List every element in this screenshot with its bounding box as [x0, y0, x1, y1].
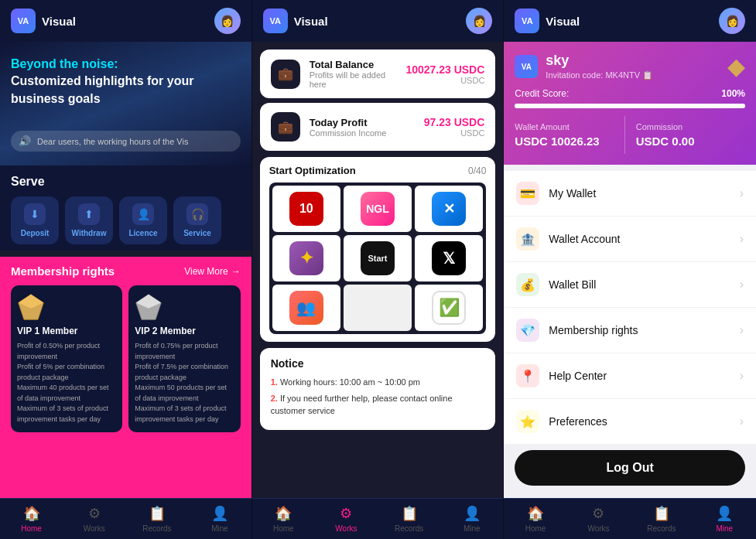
- service-button[interactable]: 🎧 Service: [173, 196, 221, 244]
- preferences-label: Preferences: [549, 415, 739, 428]
- audio-bar[interactable]: 🔊 Dear users, the working hours of the V…: [11, 131, 241, 152]
- app-4[interactable]: ✦: [272, 235, 340, 281]
- app-1[interactable]: 10: [272, 186, 340, 232]
- help-icon: 📍: [516, 364, 539, 387]
- app-7[interactable]: 👥: [272, 285, 340, 331]
- audio-text: Dear users, the working hours of the Vis: [37, 137, 188, 146]
- nav-works-m[interactable]: ⚙ Works: [567, 499, 630, 539]
- profit-info: Today Profit Commission Income: [310, 117, 415, 138]
- profit-value: 97.23 USDC: [424, 116, 485, 128]
- works-label-w: Works: [335, 524, 357, 533]
- nav-records[interactable]: 📋 Records: [125, 499, 188, 539]
- home-icon-m: 🏠: [527, 505, 544, 522]
- nav-mine-m[interactable]: 👤 Mine: [693, 499, 756, 539]
- wallet-bill-icon: 💰: [516, 273, 539, 296]
- withdraw-icon: ⬆: [78, 203, 100, 225]
- panel-works: VA Visual 👩 💼 Total Balance Profits will…: [252, 0, 505, 539]
- chevron-icon-5: ›: [740, 414, 744, 428]
- app-9-icon: ✅: [432, 291, 466, 325]
- withdraw-button[interactable]: ⬆ Withdraw: [65, 196, 113, 244]
- avatar-works[interactable]: 👩: [466, 8, 492, 34]
- wallet-amount-val: USDC 10026.23: [515, 135, 624, 148]
- logout-button[interactable]: Log Out: [515, 450, 745, 486]
- mine-content: VA sky Invitation code: MK4NTV 📋 ◆ Credi…: [504, 42, 756, 498]
- credit-bar-bg: [515, 104, 745, 108]
- panel-home: VA Visual 👩 Beyond the noise: Customized…: [0, 0, 252, 539]
- bottom-nav-mine: 🏠 Home ⚙ Works 📋 Records 👤 Mine: [504, 498, 756, 539]
- panel-mine: VA Visual 👩 VA sky Invitation code: MK4N…: [504, 0, 756, 539]
- profit-icon: 💼: [271, 112, 300, 142]
- my-wallet-label: My Wallet: [549, 187, 739, 200]
- nav-home[interactable]: 🏠 Home: [0, 499, 63, 539]
- nav-records-label: Records: [142, 524, 171, 533]
- nav-works-w[interactable]: ⚙ Works: [315, 499, 378, 539]
- menu-wallet-account[interactable]: 🏦 Wallet Account ›: [504, 217, 756, 262]
- menu-membership[interactable]: 💎 Membership rights ›: [504, 308, 756, 353]
- header-works: VA Visual 👩: [252, 0, 504, 42]
- wallet-amount-label: Wallet Amount: [515, 122, 624, 131]
- today-profit-card: 💼 Today Profit Commission Income 97.23 U…: [260, 103, 496, 151]
- nav-records-w[interactable]: 📋 Records: [378, 499, 440, 539]
- deposit-button[interactable]: ⬇ Deposit: [11, 196, 59, 244]
- nav-mine[interactable]: 👤 Mine: [189, 499, 251, 539]
- service-icon: 🎧: [186, 203, 208, 225]
- menu-my-wallet[interactable]: 💳 My Wallet ›: [504, 171, 756, 217]
- records-icon: 📋: [149, 505, 166, 522]
- service-label: Service: [183, 229, 211, 237]
- app-4-icon: ✦: [289, 241, 323, 275]
- logo-area: VA Visual: [11, 9, 76, 33]
- vip1-card[interactable]: VIP 1 Member Profit of 0.50% per product…: [11, 285, 122, 432]
- logo-badge: VA: [11, 9, 36, 33]
- avatar[interactable]: 👩: [214, 8, 241, 34]
- vip2-desc: Profit of 0.75% per product improvementP…: [135, 341, 234, 425]
- nav-mine-w[interactable]: 👤 Mine: [440, 499, 503, 539]
- wallet-account-icon: 🏦: [516, 227, 539, 251]
- credit-label: Credit Score:: [515, 88, 569, 99]
- nav-mine-label: Mine: [211, 524, 228, 533]
- app-9[interactable]: ✅: [415, 285, 483, 331]
- commission-col: Commission USDC 0.00: [625, 116, 745, 154]
- app-grid: 10 NGL ✕ ✦ Start 𝕏: [269, 183, 487, 334]
- app-3[interactable]: ✕: [415, 186, 483, 232]
- mine-icon: 👤: [211, 505, 228, 522]
- hero-text: Beyond the noise: Customized highlights …: [11, 56, 241, 107]
- nav-home-m[interactable]: 🏠 Home: [504, 499, 566, 539]
- app-6[interactable]: 𝕏: [415, 235, 483, 281]
- commission-label: Commission: [636, 122, 745, 131]
- works-label-m: Works: [587, 524, 609, 533]
- app-1-icon: 10: [289, 192, 323, 226]
- works-icon-w: ⚙: [340, 505, 352, 522]
- vip-cards: VIP 1 Member Profit of 0.50% per product…: [11, 285, 241, 432]
- nav-home-w[interactable]: 🏠 Home: [252, 499, 315, 539]
- home-label-w: Home: [273, 524, 294, 533]
- total-balance-icon: 💼: [271, 60, 300, 89]
- vip1-name: VIP 1 Member: [17, 326, 116, 336]
- profit-sub: Commission Income: [310, 128, 415, 138]
- profile-invitation: Invitation code: MK4NTV 📋: [546, 70, 653, 80]
- avatar-mine[interactable]: 👩: [719, 8, 745, 34]
- app-2[interactable]: NGL: [344, 186, 412, 232]
- membership-title: Membership rights: [11, 264, 115, 278]
- menu-preferences[interactable]: ⭐ Preferences ›: [504, 399, 756, 444]
- licence-button[interactable]: 👤 Licence: [119, 196, 167, 244]
- total-balance-info: Total Balance Profits will be added here: [310, 59, 397, 89]
- membership-icon: 💎: [516, 319, 539, 342]
- notice-item-1: 1. Working hours: 10:00 am ~ 10:00 pm: [271, 376, 485, 389]
- serve-title: Serve: [11, 175, 241, 189]
- mine-label-m: Mine: [716, 524, 733, 533]
- menu-help[interactable]: 📍 Help Center ›: [504, 353, 756, 399]
- mine-icon-w: 👤: [464, 505, 481, 522]
- nav-records-m[interactable]: 📋 Records: [630, 499, 693, 539]
- menu-wallet-bill[interactable]: 💰 Wallet Bill ›: [504, 262, 756, 308]
- vip2-card[interactable]: VIP 2 Member Profit of 0.75% per product…: [128, 285, 240, 432]
- header-home: VA Visual 👩: [0, 0, 251, 42]
- wallet-account-label: Wallet Account: [549, 233, 739, 245]
- nav-works[interactable]: ⚙ Works: [63, 499, 125, 539]
- chevron-icon-3: ›: [740, 323, 744, 337]
- app-5[interactable]: Start: [344, 235, 412, 281]
- view-more-button[interactable]: View More →: [184, 266, 240, 277]
- preferences-icon: ⭐: [516, 410, 539, 433]
- records-label-m: Records: [647, 524, 676, 533]
- membership-section: Membership rights View More → VIP 1 Memb…: [0, 257, 251, 498]
- app-3-icon: ✕: [432, 192, 466, 226]
